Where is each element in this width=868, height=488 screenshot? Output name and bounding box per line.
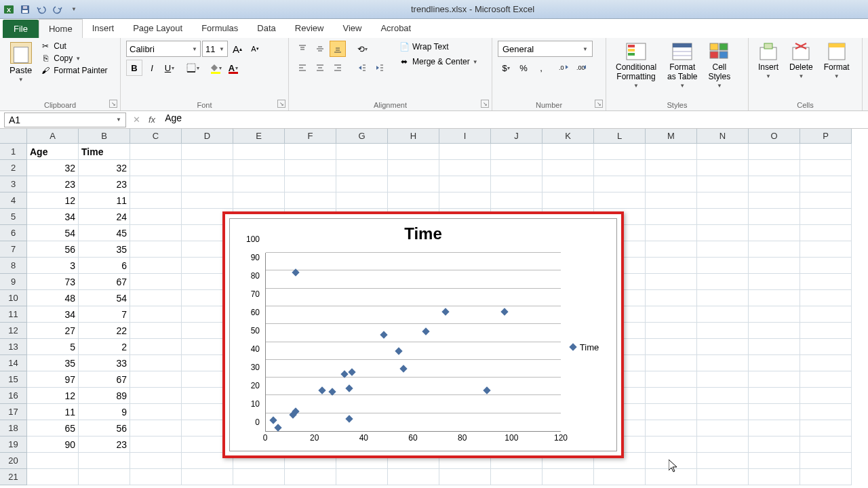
formula-input[interactable]: Age bbox=[161, 113, 868, 127]
cell[interactable] bbox=[439, 144, 491, 160]
format-painter-button[interactable]: 🖌Format Painter bbox=[39, 65, 108, 76]
embedded-chart[interactable]: Time 0102030405060708090100 020406080100… bbox=[222, 211, 624, 458]
cell[interactable] bbox=[388, 176, 439, 192]
name-box[interactable]: A1▼ bbox=[4, 113, 126, 127]
cell[interactable] bbox=[800, 176, 852, 192]
italic-button[interactable]: I bbox=[144, 60, 160, 76]
row-header[interactable]: 19 bbox=[0, 436, 27, 453]
cell[interactable] bbox=[130, 371, 182, 388]
cut-button[interactable]: ✂Cut bbox=[39, 41, 108, 52]
merge-center-button[interactable]: ⬌Merge & Center ▼ bbox=[396, 56, 481, 68]
cell[interactable] bbox=[646, 258, 697, 274]
column-header[interactable]: L bbox=[594, 129, 646, 144]
cell[interactable]: 2 bbox=[79, 339, 130, 355]
cell[interactable] bbox=[646, 241, 697, 258]
column-header[interactable]: C bbox=[130, 129, 182, 144]
cell[interactable] bbox=[800, 274, 852, 290]
row-header[interactable]: 11 bbox=[0, 306, 27, 323]
cell[interactable] bbox=[800, 371, 852, 388]
cell[interactable] bbox=[130, 436, 182, 453]
cell[interactable] bbox=[79, 453, 130, 469]
accounting-button[interactable]: $▾ bbox=[498, 60, 514, 76]
data-point[interactable] bbox=[319, 386, 326, 394]
tab-insert[interactable]: Insert bbox=[83, 19, 124, 38]
tab-acrobat[interactable]: Acrobat bbox=[371, 19, 420, 38]
cell[interactable] bbox=[182, 469, 233, 485]
cell[interactable]: 23 bbox=[79, 176, 130, 192]
cell[interactable] bbox=[439, 192, 491, 209]
row-header[interactable]: 7 bbox=[0, 241, 27, 258]
select-all-corner[interactable] bbox=[0, 129, 27, 144]
cell[interactable] bbox=[542, 160, 594, 176]
cell[interactable] bbox=[646, 306, 697, 323]
bold-button[interactable]: B bbox=[126, 60, 142, 76]
cell[interactable]: 23 bbox=[79, 436, 130, 453]
cell[interactable] bbox=[646, 404, 697, 420]
save-icon[interactable] bbox=[19, 3, 31, 16]
cell[interactable] bbox=[646, 144, 697, 160]
cell[interactable] bbox=[697, 371, 749, 388]
cell[interactable] bbox=[336, 176, 388, 192]
cell[interactable]: 5 bbox=[27, 339, 79, 355]
row-header[interactable]: 17 bbox=[0, 404, 27, 420]
cell[interactable] bbox=[285, 176, 336, 192]
decrease-decimal-button[interactable]: .00 bbox=[574, 60, 590, 76]
cell[interactable]: 45 bbox=[79, 225, 130, 241]
cell[interactable] bbox=[182, 176, 233, 192]
cell[interactable] bbox=[697, 209, 749, 225]
cell[interactable] bbox=[749, 404, 800, 420]
cell[interactable] bbox=[388, 144, 439, 160]
data-point[interactable] bbox=[380, 331, 387, 338]
cell[interactable] bbox=[697, 323, 749, 339]
cell[interactable] bbox=[130, 323, 182, 339]
row-header[interactable]: 3 bbox=[0, 176, 27, 192]
cell[interactable] bbox=[749, 453, 800, 469]
cell[interactable] bbox=[697, 290, 749, 306]
cell[interactable] bbox=[130, 388, 182, 404]
format-as-table-button[interactable]: Format as Table▼ bbox=[663, 41, 701, 100]
cell[interactable] bbox=[800, 241, 852, 258]
cell[interactable]: Time bbox=[79, 144, 130, 160]
cell[interactable] bbox=[800, 144, 852, 160]
redo-icon[interactable] bbox=[52, 3, 64, 16]
cell[interactable] bbox=[749, 339, 800, 355]
cell[interactable]: Age bbox=[27, 144, 79, 160]
cell[interactable] bbox=[336, 160, 388, 176]
font-color-button[interactable]: A▾ bbox=[225, 60, 241, 76]
cell[interactable] bbox=[646, 160, 697, 176]
cell[interactable]: 67 bbox=[79, 371, 130, 388]
cell[interactable]: 32 bbox=[27, 160, 79, 176]
cell[interactable]: 67 bbox=[79, 274, 130, 290]
insert-cells-button[interactable]: Insert▼ bbox=[754, 41, 783, 100]
cell[interactable] bbox=[800, 290, 852, 306]
cell[interactable] bbox=[749, 420, 800, 436]
cell[interactable] bbox=[285, 144, 336, 160]
cell[interactable] bbox=[285, 160, 336, 176]
border-button[interactable]: ▾ bbox=[184, 60, 201, 76]
cell[interactable]: 33 bbox=[79, 355, 130, 371]
cell[interactable] bbox=[182, 192, 233, 209]
cell[interactable] bbox=[130, 339, 182, 355]
cell[interactable] bbox=[697, 436, 749, 453]
cell[interactable] bbox=[749, 160, 800, 176]
cell[interactable] bbox=[130, 274, 182, 290]
cell[interactable] bbox=[388, 469, 439, 485]
column-header[interactable]: A bbox=[27, 129, 79, 144]
cell[interactable] bbox=[749, 225, 800, 241]
cell[interactable] bbox=[491, 176, 542, 192]
cell[interactable] bbox=[697, 355, 749, 371]
conditional-formatting-button[interactable]: Conditional Formatting▼ bbox=[612, 41, 660, 100]
align-center-button[interactable] bbox=[312, 60, 328, 76]
increase-decimal-button[interactable]: .0 bbox=[556, 60, 572, 76]
cell[interactable] bbox=[800, 339, 852, 355]
cell[interactable] bbox=[697, 420, 749, 436]
cell[interactable] bbox=[233, 192, 285, 209]
cell[interactable] bbox=[491, 144, 542, 160]
cell[interactable] bbox=[594, 160, 646, 176]
tab-view[interactable]: View bbox=[333, 19, 371, 38]
cell[interactable]: 56 bbox=[79, 420, 130, 436]
cell[interactable]: 27 bbox=[27, 323, 79, 339]
cell[interactable] bbox=[646, 290, 697, 306]
cell[interactable]: 23 bbox=[27, 176, 79, 192]
row-header[interactable]: 18 bbox=[0, 420, 27, 436]
